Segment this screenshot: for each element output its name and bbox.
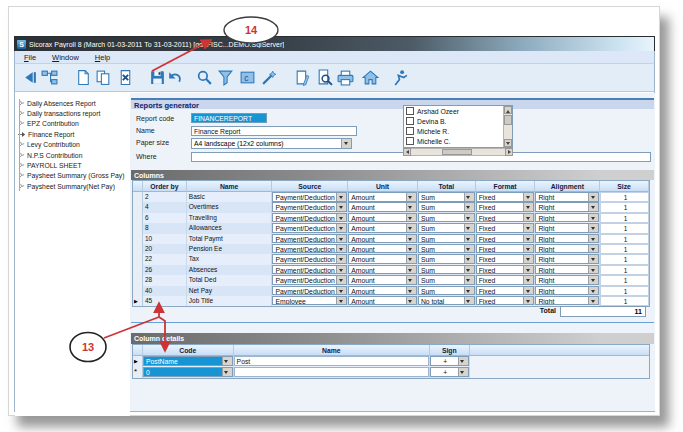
sidebar-item-finance-report[interactable]: Finance Report [15, 129, 130, 139]
total-select[interactable]: Sum [418, 254, 475, 264]
total-select[interactable]: Sum [418, 213, 475, 223]
chevron-down-icon[interactable] [523, 224, 533, 232]
alignment-select[interactable]: Right [535, 296, 599, 306]
checkbox[interactable] [406, 107, 414, 115]
alignment-select[interactable]: Right [535, 265, 599, 275]
code-select[interactable]: 0 [143, 367, 233, 377]
alignment-select[interactable]: Right [535, 223, 599, 233]
table-row[interactable]: 10Total PaymtPayment/DeductionAmountSumF… [133, 234, 649, 244]
order-by-cell[interactable]: 28 [143, 275, 187, 285]
menu-help[interactable]: Help [95, 53, 110, 62]
chevron-down-icon[interactable] [588, 255, 598, 263]
detail-name-cell[interactable]: Post [234, 356, 430, 367]
source-select[interactable]: Payment/Deduction [272, 244, 347, 254]
sidebar-item-levy-contribution[interactable]: Levy Contribution [15, 140, 130, 150]
checkbox[interactable] [406, 137, 414, 145]
format-select[interactable]: Fixed [476, 296, 535, 306]
chevron-down-icon[interactable] [458, 368, 468, 376]
scroll-left-icon[interactable] [403, 148, 411, 156]
source-select[interactable]: Payment/Deduction [272, 192, 347, 202]
detail-name-field[interactable]: Post [234, 356, 429, 366]
name-cell[interactable]: Allowances [187, 223, 273, 233]
name-cell[interactable]: Overtimes [187, 202, 273, 212]
chevron-down-icon[interactable] [588, 266, 598, 274]
chevron-down-icon[interactable] [406, 224, 416, 232]
chevron-down-icon[interactable] [406, 297, 416, 305]
home-icon[interactable] [362, 69, 379, 86]
source-select[interactable]: Payment/Deduction [272, 213, 347, 223]
chevron-down-icon[interactable] [464, 245, 474, 253]
save-icon[interactable] [149, 69, 166, 86]
checkbox[interactable] [406, 127, 414, 135]
chevron-down-icon[interactable] [523, 214, 533, 222]
chevron-down-icon[interactable] [222, 357, 232, 365]
employee-row[interactable]: Michelle C. [404, 136, 512, 146]
alignment-select[interactable]: Right [535, 244, 599, 254]
chevron-down-icon[interactable] [464, 287, 474, 295]
chevron-down-icon[interactable] [336, 266, 346, 274]
column-header-order-by[interactable]: Order by [143, 181, 187, 192]
column-header-format[interactable]: Format [476, 181, 536, 192]
size-cell[interactable]: 1 [600, 275, 649, 285]
menu-window[interactable]: Window [52, 53, 79, 62]
sidebar-item-epz-contribution[interactable]: EPZ Contribution [15, 119, 130, 129]
sign-select[interactable]: + [430, 367, 469, 377]
column-header-source[interactable]: Source [272, 181, 348, 192]
order-by-cell[interactable]: 40 [143, 286, 187, 296]
undo-icon[interactable] [166, 69, 183, 86]
chevron-down-icon[interactable] [523, 276, 533, 284]
total-select[interactable]: Sum [418, 265, 475, 275]
chevron-down-icon[interactable] [336, 203, 346, 211]
name-cell[interactable]: Total Paymt [187, 234, 273, 244]
order-by-cell[interactable]: 45 [143, 296, 187, 306]
chevron-down-icon[interactable] [588, 245, 598, 253]
exit-icon[interactable] [392, 69, 409, 86]
total-select[interactable]: Sum [418, 202, 475, 212]
title-bar[interactable]: S Sicorax Payroll 8 (March 01-03-2011 To… [14, 36, 655, 51]
format-select[interactable]: Fixed [476, 254, 535, 264]
total-select[interactable]: Sum [418, 275, 475, 285]
scrollbar-thumb[interactable] [504, 115, 512, 125]
order-by-cell[interactable]: 4 [143, 202, 187, 212]
format-select[interactable]: Fixed [476, 286, 535, 296]
chevron-down-icon[interactable] [341, 139, 351, 148]
name-cell[interactable]: Job Title [187, 296, 273, 306]
chevron-down-icon[interactable] [588, 235, 598, 243]
chevron-down-icon[interactable] [406, 266, 416, 274]
chevron-down-icon[interactable] [406, 203, 416, 211]
chevron-down-icon[interactable] [588, 297, 598, 305]
chevron-down-icon[interactable] [464, 214, 474, 222]
chevron-down-icon[interactable] [588, 287, 598, 295]
name-field[interactable]: Finance Report [191, 126, 357, 137]
column-header-name[interactable]: Name [187, 181, 273, 192]
detail-row[interactable]: ▶PostNamePost+ [133, 356, 649, 367]
chevron-down-icon[interactable] [523, 245, 533, 253]
report-code-field[interactable]: FINANCEREPORT [191, 113, 267, 123]
unit-select[interactable]: Amount [348, 202, 417, 212]
code-select[interactable]: PostName [143, 356, 233, 366]
table-row[interactable]: 28Total DedPayment/DeductionAmountSumFix… [133, 275, 649, 285]
column-header-total[interactable]: Total [418, 181, 476, 192]
size-cell[interactable]: 1 [600, 254, 649, 264]
chevron-down-icon[interactable] [523, 266, 533, 274]
name-cell[interactable]: Net Pay [187, 286, 273, 296]
total-select[interactable]: Sum [418, 244, 475, 254]
chevron-down-icon[interactable] [336, 276, 346, 284]
size-cell[interactable]: 1 [600, 244, 649, 254]
format-select[interactable]: Fixed [476, 244, 535, 254]
chevron-down-icon[interactable] [336, 224, 346, 232]
alignment-select[interactable]: Right [535, 275, 599, 285]
unit-select[interactable]: Amount [348, 213, 417, 223]
chevron-down-icon[interactable] [523, 297, 533, 305]
new-document-icon[interactable] [75, 69, 92, 86]
chevron-down-icon[interactable] [406, 245, 416, 253]
chevron-down-icon[interactable] [464, 276, 474, 284]
chevron-down-icon[interactable] [406, 193, 416, 201]
report-icon[interactable] [294, 69, 311, 86]
chevron-down-icon[interactable] [336, 193, 346, 201]
alignment-select[interactable]: Right [535, 202, 599, 212]
chevron-down-icon[interactable] [523, 235, 533, 243]
chevron-down-icon[interactable] [406, 235, 416, 243]
unit-select[interactable]: Amount [348, 286, 417, 296]
size-cell[interactable]: 1 [600, 234, 649, 244]
